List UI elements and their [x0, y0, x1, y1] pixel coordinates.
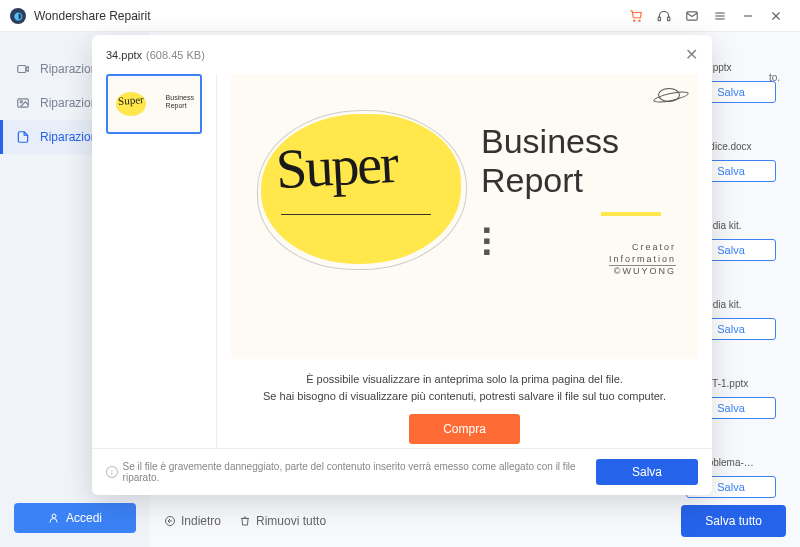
- slide-title: Business Report: [481, 122, 619, 200]
- svg-point-13: [20, 101, 22, 103]
- svg-point-0: [634, 20, 635, 21]
- document-icon: [16, 130, 30, 144]
- svg-rect-3: [668, 17, 670, 21]
- trash-icon: [239, 515, 251, 527]
- bottom-bar: Indietro Rimuovi tutto Salva tutto: [164, 505, 786, 537]
- modal-filename: 34.pptx: [106, 49, 142, 61]
- preview-message: È possibile visualizzare in anteprima so…: [231, 371, 698, 404]
- planet-icon: [658, 88, 680, 102]
- footer-info: i Se il file è gravemente danneggiato, p…: [106, 461, 596, 483]
- slide-thumbnail[interactable]: Super Business Report: [106, 74, 202, 134]
- login-button[interactable]: Accedi: [14, 503, 136, 533]
- modal-filesize: (608.45 KB): [146, 49, 205, 61]
- preview-modal: 34.pptx (608.45 KB) ✕ Super Business Rep…: [92, 35, 712, 495]
- image-icon: [16, 96, 30, 110]
- remove-all-button[interactable]: Rimuovi tutto: [239, 514, 326, 528]
- slide-preview: Super Business Report ▪▪▪ Creator Inform…: [231, 74, 698, 359]
- headset-icon[interactable]: [650, 2, 678, 30]
- modal-footer: i Se il file è gravemente danneggiato, p…: [92, 448, 712, 495]
- mail-icon[interactable]: [678, 2, 706, 30]
- back-button[interactable]: Indietro: [164, 514, 221, 528]
- preview-column: Super Business Report ▪▪▪ Creator Inform…: [216, 74, 698, 448]
- svg-rect-11: [18, 66, 26, 73]
- close-icon[interactable]: [762, 2, 790, 30]
- user-icon: [48, 512, 60, 524]
- back-icon: [164, 515, 176, 527]
- thumb-title: Business Report: [166, 94, 194, 109]
- signature-text: Super: [274, 131, 398, 201]
- app-logo-icon: ◐: [10, 8, 26, 24]
- minimize-icon[interactable]: [734, 2, 762, 30]
- modal-header: 34.pptx (608.45 KB) ✕: [92, 35, 712, 74]
- modal-save-button[interactable]: Salva: [596, 459, 698, 485]
- buy-button[interactable]: Compra: [409, 414, 520, 444]
- svg-point-1: [639, 20, 640, 21]
- thumbnail-column: Super Business Report: [106, 74, 202, 448]
- svg-rect-2: [658, 17, 660, 21]
- menu-icon[interactable]: [706, 2, 734, 30]
- dots-icon: ▪▪▪: [483, 224, 487, 257]
- svg-point-14: [52, 514, 56, 518]
- info-icon: i: [106, 466, 118, 478]
- save-all-button[interactable]: Salva tutto: [681, 505, 786, 537]
- titlebar: ◐ Wondershare Repairit: [0, 0, 800, 32]
- app-name: Wondershare Repairit: [34, 9, 151, 23]
- video-icon: [16, 62, 30, 76]
- creator-info: Creator Information ©WUYONG: [609, 242, 676, 278]
- modal-close-icon[interactable]: ✕: [685, 45, 698, 64]
- cart-icon[interactable]: [622, 2, 650, 30]
